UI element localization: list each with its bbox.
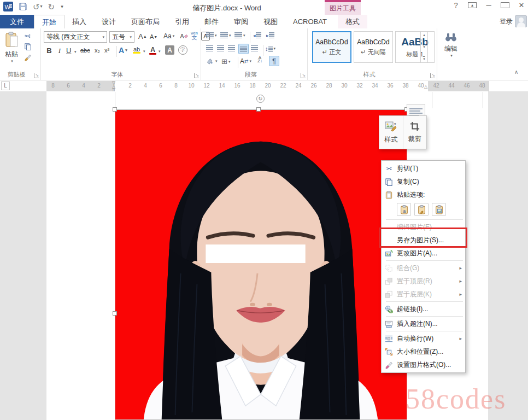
align-right-icon[interactable] bbox=[227, 45, 236, 52]
bullets-icon[interactable]: ▾ bbox=[206, 32, 218, 39]
justify-icon[interactable] bbox=[238, 44, 249, 54]
paste-merge-icon[interactable] bbox=[414, 203, 429, 216]
borders-icon[interactable]: ⊞▾ bbox=[221, 57, 231, 66]
tab-ACROBAT[interactable]: ACROBAT bbox=[285, 15, 335, 28]
ribbon-display-options-icon[interactable]: ▴ bbox=[468, 2, 477, 8]
menu-item-设置图片格式O[interactable]: 设置图片格式(O)... bbox=[382, 358, 465, 371]
menu-item-大小和位置Z[interactable]: 大小和位置(Z)... bbox=[382, 345, 465, 358]
crop-button[interactable]: 裁剪 bbox=[403, 116, 427, 149]
menu-item-超链接I[interactable]: 超链接(I)... bbox=[382, 302, 465, 316]
underline-button[interactable]: U bbox=[66, 46, 72, 55]
tab-邮件[interactable]: 邮件 bbox=[197, 15, 226, 28]
show-hide-pilcrow-icon[interactable]: ¶ bbox=[269, 56, 279, 66]
undo-button[interactable]: ↺▾ bbox=[33, 3, 43, 11]
style-card-无间隔[interactable]: AaBbCcDd↵ 无间隔 bbox=[354, 31, 393, 63]
subscript-button[interactable]: x₂ bbox=[94, 46, 101, 54]
selection-handle-top-center[interactable] bbox=[256, 107, 261, 112]
font-name-combo[interactable]: 等线 (西文正文▾ bbox=[44, 31, 107, 43]
format-painter-icon[interactable] bbox=[24, 54, 32, 63]
italic-button[interactable]: I bbox=[56, 46, 63, 56]
avatar[interactable] bbox=[515, 15, 527, 27]
font-color-dropdown[interactable]: ▾ bbox=[159, 49, 161, 54]
tab-设计[interactable]: 设计 bbox=[94, 15, 124, 28]
line-spacing-icon[interactable]: ↕▾ bbox=[265, 45, 276, 52]
menu-item-插入题注N[interactable]: 插入题注(N)... bbox=[382, 317, 465, 330]
tab-stop-selector[interactable]: L bbox=[1, 81, 10, 90]
tab-插入[interactable]: 插入 bbox=[64, 15, 94, 28]
multilevel-list-icon[interactable]: ▾ bbox=[234, 32, 246, 39]
cut-icon[interactable]: ✂ bbox=[24, 32, 31, 40]
sort-icon[interactable]: A Z↓ bbox=[257, 56, 263, 64]
font-color-button[interactable]: A bbox=[149, 45, 157, 55]
underline-dropdown[interactable]: ▾ bbox=[74, 50, 77, 54]
phonetic-guide-button[interactable]: wén 文 bbox=[190, 31, 198, 41]
paste-button[interactable]: 粘贴 ▾ bbox=[2, 32, 21, 63]
maximize-button[interactable] bbox=[501, 2, 509, 8]
character-shading-button[interactable]: A bbox=[165, 45, 174, 55]
tab-format[interactable]: 格式 bbox=[338, 15, 367, 28]
change-case-button[interactable]: Aa▾ bbox=[163, 32, 175, 40]
close-button[interactable]: ✕ bbox=[517, 1, 526, 9]
clipboard-dialog-launcher[interactable]: ↘ bbox=[34, 73, 39, 78]
text-effects-button[interactable]: A▾ bbox=[118, 45, 128, 55]
increase-indent-icon[interactable]: ▸ bbox=[266, 32, 275, 39]
menu-item-粘贴选项:[interactable]: 粘贴选项: bbox=[382, 188, 465, 201]
strikethrough-button[interactable]: abc bbox=[80, 46, 91, 54]
minimize-button[interactable]: ─ bbox=[484, 1, 493, 9]
paragraph-dialog-launcher[interactable]: ↘ bbox=[301, 73, 306, 78]
horizontal-ruler[interactable]: 8642246810121416182022242628303234363840… bbox=[46, 81, 489, 91]
bold-button[interactable]: B bbox=[45, 46, 54, 55]
tab-file[interactable]: 文件 bbox=[0, 15, 34, 28]
style-card-标题 1[interactable]: AaBb标题 1 bbox=[395, 31, 435, 63]
menu-item-剪切T[interactable]: ✂剪切(T) bbox=[382, 162, 465, 175]
align-left-icon[interactable] bbox=[206, 45, 214, 52]
right-indent-marker[interactable]: △ bbox=[424, 85, 427, 89]
copy-icon[interactable] bbox=[24, 43, 32, 52]
superscript-button[interactable]: x² bbox=[104, 46, 110, 54]
sign-in-link[interactable]: 登录 bbox=[500, 17, 513, 26]
tab-视图[interactable]: 视图 bbox=[256, 15, 285, 28]
paste-dropdown-arrow[interactable]: ▾ bbox=[3, 59, 21, 63]
styles-dialog-launcher[interactable]: ↘ bbox=[430, 73, 435, 78]
id-photo[interactable] bbox=[115, 109, 407, 420]
styles-gallery-more-icon[interactable]: ▾ bbox=[423, 56, 425, 61]
font-size-combo[interactable]: 五号▾ bbox=[109, 31, 134, 43]
tab-开始[interactable]: 开始 bbox=[34, 15, 64, 28]
numbering-icon[interactable]: ▾ bbox=[220, 32, 232, 39]
help-button[interactable]: ? bbox=[451, 1, 460, 9]
editing-button[interactable]: 编辑 ▾ bbox=[444, 33, 457, 58]
customize-qat-icon[interactable]: ▾ bbox=[61, 4, 63, 9]
word-logo-icon[interactable]: W bbox=[3, 2, 13, 11]
distribute-icon[interactable] bbox=[250, 45, 259, 52]
asian-layout-icon[interactable]: A⇄▾ bbox=[239, 57, 252, 66]
rotation-handle-icon[interactable]: ↻ bbox=[256, 95, 265, 103]
paste-picture-icon[interactable] bbox=[432, 203, 446, 216]
styles-scroll-down-icon[interactable]: ▾ bbox=[423, 45, 425, 49]
shading-icon[interactable]: ▾ bbox=[206, 57, 218, 66]
menu-item-自动换行W[interactable]: 自动换行(W)▸ bbox=[382, 332, 465, 345]
enclose-characters-button[interactable]: 字 bbox=[178, 45, 187, 55]
collapse-ribbon-icon[interactable]: ∧ bbox=[514, 69, 518, 75]
clear-formatting-icon[interactable]: A bbox=[179, 32, 189, 40]
highlight-dropdown[interactable]: ▾ bbox=[143, 49, 145, 54]
tab-审阅[interactable]: 审阅 bbox=[226, 15, 256, 28]
align-center-icon[interactable] bbox=[216, 45, 225, 52]
menu-item-更改图片A[interactable]: 更改图片(A)... bbox=[382, 247, 465, 260]
ruler-number: 32 bbox=[356, 83, 362, 89]
redo-button[interactable]: ↻ bbox=[48, 3, 55, 11]
selection-handle-middle-left[interactable] bbox=[113, 311, 117, 316]
highlight-color-button[interactable]: ab bbox=[132, 45, 141, 54]
grow-font-button[interactable]: A▲ bbox=[138, 32, 148, 41]
paste-keep-source-icon[interactable]: a bbox=[397, 203, 411, 216]
selection-handle-top-left[interactable] bbox=[113, 107, 117, 112]
save-icon[interactable] bbox=[19, 2, 27, 11]
menu-item-复制C[interactable]: 复制(C) bbox=[382, 175, 465, 188]
decrease-indent-icon[interactable]: ◂ bbox=[253, 32, 262, 39]
font-dialog-launcher[interactable]: ↘ bbox=[194, 73, 199, 78]
shrink-font-button[interactable]: A▼ bbox=[149, 33, 158, 40]
tab-引用[interactable]: 引用 bbox=[167, 15, 197, 28]
styles-scroll-up-icon[interactable]: ▴ bbox=[423, 33, 425, 37]
picture-style-button[interactable]: ▾ 样式 bbox=[379, 116, 403, 149]
style-card-正文[interactable]: AaBbCcDd↵ 正文 bbox=[312, 31, 351, 63]
tab-页面布局[interactable]: 页面布局 bbox=[124, 15, 167, 28]
